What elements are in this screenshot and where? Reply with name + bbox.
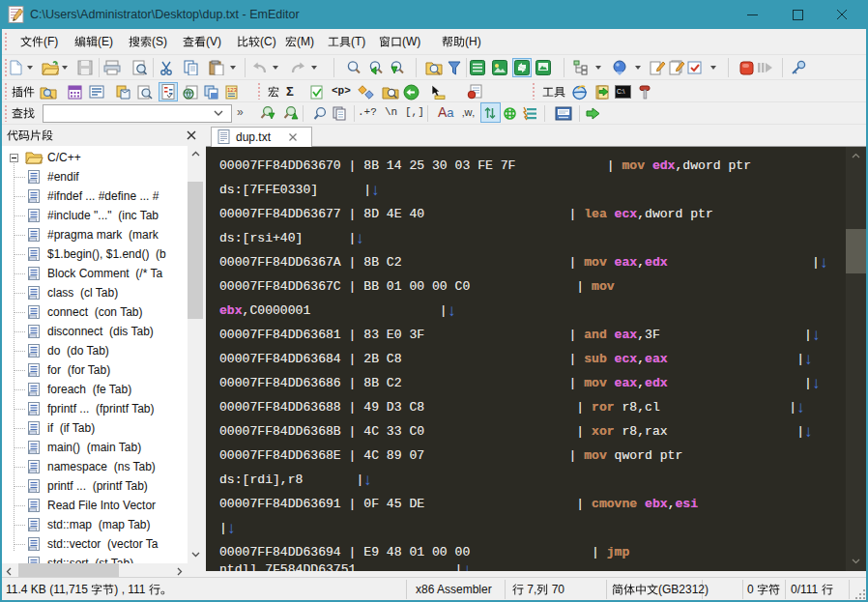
svg-text:123: 123	[227, 87, 238, 93]
svg-text:C:\: C:\	[617, 88, 625, 95]
